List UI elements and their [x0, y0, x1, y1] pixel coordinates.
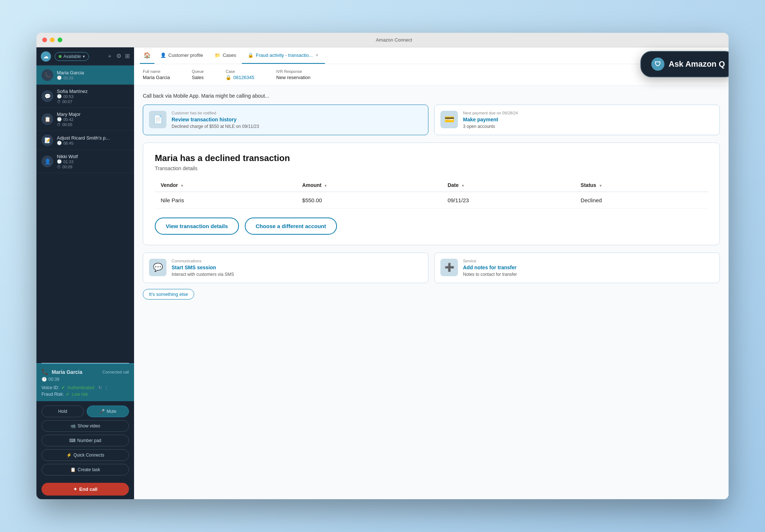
sort-amount-icon[interactable]: ▾ — [325, 184, 326, 188]
transfer-card-icon: ➕ — [440, 259, 458, 276]
tab-cases[interactable]: 📁 Cases — [209, 47, 242, 64]
fraud-panel: Maria has a declined transaction Transac… — [143, 142, 720, 245]
end-call-button[interactable]: ✦ End call — [42, 483, 129, 496]
refresh-icon[interactable]: ↻ — [98, 385, 102, 390]
tab-fraud-activity[interactable]: 🔒 Fraud activity - transactio... ✕ — [242, 47, 325, 64]
add-icon[interactable]: ＋ — [107, 52, 113, 60]
sms-card-content: Communications Start SMS session Interac… — [172, 259, 234, 277]
contact-time: 🕐 00:39 — [57, 75, 129, 80]
view-transaction-button[interactable]: View transaction details — [155, 218, 239, 235]
more-icon[interactable]: ⋮ — [104, 385, 109, 390]
grid-icon[interactable]: ⊞ — [125, 52, 130, 60]
contact-time1: 🕐 00:53 — [57, 94, 129, 99]
something-else-button[interactable]: It's something else — [143, 289, 194, 300]
th-status: Status ▾ — [575, 179, 708, 192]
contact-icon-phone: 📞 — [42, 69, 53, 81]
active-call-header: 📞 Maria Garcia Connected call — [42, 368, 129, 375]
contact-info: Maria Garcia 🕐 00:39 — [57, 70, 129, 80]
table-header-row: Vendor ▾ Amount ▾ Date ▾ — [155, 179, 708, 192]
sort-vendor-icon[interactable]: ▾ — [181, 184, 183, 188]
settings-icon[interactable]: ⚙ — [116, 52, 121, 60]
hold-button[interactable]: Hold — [42, 406, 84, 417]
queue-value: Sales — [192, 75, 204, 80]
contact-icon-task2: 📝 — [42, 134, 53, 146]
tab-close-icon[interactable]: ✕ — [315, 52, 319, 58]
contact-info: Nikki Wolf 🕐 01:33 ⏱ 00:09 — [57, 154, 129, 169]
action-buttons: View transaction details Choose a differ… — [155, 218, 708, 235]
contact-item-mary[interactable]: 📋 Mary Major 🕐 00:42 ⏱ 00:05 — [36, 108, 134, 131]
case-value[interactable]: 🔒 08126345 — [225, 75, 254, 80]
status-badge[interactable]: Available ▾ — [55, 52, 89, 61]
contact-item-nikki[interactable]: 👤 Nikki Wolf 🕐 01:33 ⏱ 00:09 — [36, 150, 134, 173]
sort-status-icon[interactable]: ▾ — [600, 184, 601, 188]
quick-connect-icon: ⚡ — [66, 453, 72, 458]
contact-time1: 🕐 01:33 — [57, 159, 129, 164]
tab-home[interactable]: 🏠 — [140, 47, 154, 64]
sidebar-logo: ☁ — [41, 51, 51, 62]
customer-info-bar: Full name Maria Garcia Queue Sales Case … — [134, 64, 729, 86]
contact-meta: 🕐 06:45 — [57, 141, 129, 145]
contact-icon-chat: 💬 — [42, 90, 53, 102]
active-call-panel: 📞 Maria Garcia Connected call 🕐 00:39 Vo… — [36, 363, 134, 401]
info-full-name: Full name Maria Garcia — [143, 69, 170, 80]
contact-item-maria-garcia[interactable]: 📞 Maria Garcia 🕐 00:39 — [36, 66, 134, 85]
suggestion-card-transaction[interactable]: 📄 Customer has be notified Review transa… — [143, 105, 428, 135]
suggestion-cards: 📄 Customer has be notified Review transa… — [143, 105, 720, 135]
fraud-title: Maria has a declined transaction — [155, 153, 708, 163]
payment-card-content: Next payment due on 09/28/24 Make paymen… — [463, 111, 518, 129]
create-task-button[interactable]: 📋 Create task — [42, 464, 129, 476]
full-name-value: Maria Garcia — [143, 75, 170, 80]
suggestion-card-payment[interactable]: 💳 Next payment due on 09/28/24 Make paym… — [434, 105, 720, 135]
contact-item-sofia[interactable]: 💬 Sofía Martínez 🕐 00:53 ⏱ 00:07 — [36, 85, 134, 108]
contact-icon-user: 👤 — [42, 156, 53, 167]
maximize-button[interactable] — [58, 38, 62, 42]
number-pad-button[interactable]: ⌨ Number pad — [42, 435, 129, 446]
case-label: Case — [225, 69, 254, 74]
contact-time1: 🕐 00:42 — [57, 117, 129, 122]
contact-meta: 🕐 00:53 ⏱ 00:07 — [57, 94, 129, 104]
sidebar-header: ☁ Available ▾ ＋ ⚙ ⊞ — [36, 47, 134, 66]
ask-amazon-q-button[interactable]: 🛡 Ask Amazon Q — [640, 51, 729, 77]
mute-button[interactable]: 🎤 Mute — [87, 406, 129, 417]
queue-label: Queue — [192, 69, 204, 74]
contact-icon-task: 📋 — [42, 113, 53, 125]
table-row: Nile Paris $550.00 09/11/23 Declined — [155, 192, 708, 209]
main-scroll: Call back via Mobile App. Maria might be… — [134, 86, 729, 499]
bottom-card-sms[interactable]: 💬 Communications Start SMS session Inter… — [143, 253, 428, 283]
main-header: 🏠 👤 Customer profile 📁 Cases 🔒 Fraud act… — [134, 47, 729, 64]
card-desc: 3 open accounts — [463, 124, 518, 129]
show-video-button[interactable]: 📹 Show video — [42, 420, 129, 432]
voice-id-row: Voice ID: ✔ Authenticated ↻ ⋮ — [42, 385, 129, 390]
card-title: Make payment — [463, 117, 518, 122]
connected-label: Connected call — [102, 370, 129, 374]
mic-icon: 🎤 — [99, 409, 105, 414]
choose-account-button[interactable]: Choose a different account — [245, 218, 337, 235]
browser-body: ☁ Available ▾ ＋ ⚙ ⊞ 📞 Maria — [36, 47, 729, 499]
voice-id-label: Voice ID: — [42, 385, 59, 390]
sort-date-icon[interactable]: ▾ — [462, 184, 464, 188]
bottom-card-transfer[interactable]: ➕ Service Add notes for transfer Notes t… — [434, 253, 720, 283]
quick-connects-button[interactable]: ⚡ Quick Connects — [42, 449, 129, 461]
th-date: Date ▾ — [442, 179, 575, 192]
contact-time2: ⏱ 00:07 — [57, 99, 129, 104]
sms-card-icon: 💬 — [149, 259, 166, 276]
clock-icon: 🕐 — [42, 377, 47, 382]
minimize-button[interactable] — [50, 38, 55, 42]
contact-meta: 🕐 00:39 — [57, 75, 129, 80]
card-label: Customer has be notified — [172, 111, 259, 115]
cell-amount: $550.00 — [297, 192, 442, 209]
payment-card-icon: 💳 — [440, 111, 458, 128]
transfer-card-content: Service Add notes for transfer Notes to … — [463, 259, 517, 277]
card-title: Start SMS session — [172, 265, 234, 270]
tab-customer-profile[interactable]: 👤 Customer profile — [154, 47, 209, 64]
info-queue: Queue Sales — [192, 69, 204, 80]
contact-meta: 🕐 01:33 ⏱ 00:09 — [57, 159, 129, 169]
browser-titlebar: Amazon Connect — [36, 33, 729, 47]
contact-name: Sofía Martínez — [57, 89, 129, 94]
active-call-time: 🕐 00:39 — [42, 377, 129, 382]
browser-title: Amazon Connect — [65, 37, 723, 43]
shield-icon: 🛡 — [655, 60, 661, 68]
contact-item-ricard[interactable]: 📝 Adjust Ricard Smith's p... 🕐 06:45 — [36, 131, 134, 150]
close-button[interactable] — [42, 38, 47, 42]
call-controls: Hold 🎤 Mute 📹 Show video ⌨ Number pad ⚡ — [36, 401, 134, 480]
